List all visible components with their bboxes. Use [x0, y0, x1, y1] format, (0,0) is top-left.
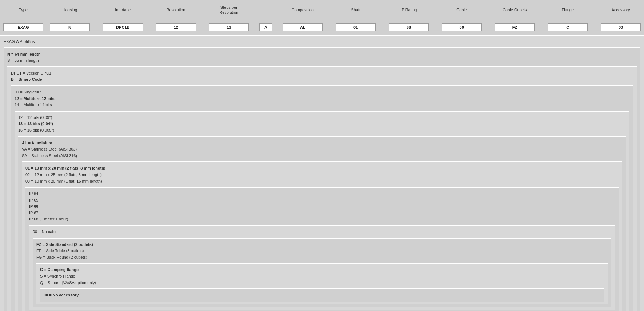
iprating-value-wrapper: 66 — [385, 23, 432, 31]
housing-info-line-2: S = 55 mm length — [7, 57, 637, 64]
type-value[interactable]: EXAG — [3, 23, 43, 31]
revolution-info-line-2: 12 = Multiturn 12 bits — [15, 96, 629, 102]
header-row: Type Housing Interface Revolution Steps … — [0, 0, 644, 20]
col-header-steps-b — [259, 0, 273, 20]
accessory-info-line-1: 00 = No accessory — [44, 292, 600, 299]
ip-info-line-1: IP 64 — [29, 191, 615, 197]
sep10 — [591, 0, 597, 20]
info-section-housing: N = 64 mm length S = 55 mm length DPC1 =… — [4, 47, 640, 311]
cable-value-wrapper: 00 — [439, 23, 485, 31]
shaft-value[interactable]: 01 — [336, 23, 376, 31]
sep1 — [93, 0, 100, 20]
sep5 — [326, 0, 332, 20]
steps-b-value-wrapper: A — [259, 23, 273, 31]
sep2 — [146, 0, 153, 20]
sep-dash-2: - — [146, 25, 153, 29]
revolution-info-line-1: 00 = Singleturn — [15, 89, 629, 96]
info-section-shaft: 01 = 10 mm x 20 mm (2 flats, 8 mm length… — [22, 161, 622, 311]
sep-dash-5: - — [326, 25, 332, 29]
type-value-wrapper: EXAG — [0, 23, 47, 31]
outlets-info-line-1: FZ = Side Standard (2 outlets) — [36, 242, 608, 248]
shaft-info-line-1: 01 = 10 mm x 20 mm (2 flats, 8 mm length… — [25, 165, 619, 172]
col-header-type: Type — [0, 0, 47, 20]
interface-info-line-2: B = Binary Code — [11, 76, 633, 83]
col-header-housing: Housing — [47, 0, 93, 20]
sep-dash-7: - — [432, 25, 439, 29]
sep7 — [432, 0, 439, 20]
col-header-flange: Flange — [544, 0, 591, 20]
col-header-cable: Cable — [439, 0, 485, 20]
sep6 — [379, 0, 385, 20]
sep4 — [252, 0, 259, 20]
cable-info-line-1: 00 = No cable — [33, 229, 611, 235]
col-header-steps: Steps perRevolution — [205, 0, 252, 20]
steps-value[interactable]: 13 — [209, 23, 249, 31]
outlets-info-line-3: FG = Back Round (2 outlets) — [36, 254, 608, 261]
revolution-info-line-3: 14 = Multiturn 14 bits — [15, 102, 629, 108]
flange-info-line-2: S = Synchro Flange — [40, 273, 604, 280]
composition-value[interactable]: AL — [283, 23, 323, 31]
info-section-flange: C = Clamping flange S = Synchro Flange Q… — [36, 263, 608, 304]
ip-info-line-5: IP 68 (1 meter/1 hour) — [29, 216, 615, 223]
sep-dash-3: - — [199, 25, 206, 29]
steps-info-line-3: 16 = 16 bits (0.005°) — [18, 127, 626, 134]
composition-info-line-2: VA = Stainless Steel (AISI 303) — [22, 146, 622, 153]
housing-value[interactable]: N — [50, 23, 90, 31]
info-section-outlets: FZ = Side Standard (2 outlets) FE = Side… — [33, 238, 611, 307]
info-section-interface: DPC1 = Version DPC1 B = Binary Code 00 =… — [7, 66, 637, 311]
housing-info-line-1: N = 64 mm length — [7, 51, 637, 58]
interface-value[interactable]: DPC1B — [103, 23, 143, 31]
col-header-iprating: IP Rating — [385, 0, 432, 20]
revolution-value[interactable]: 12 — [156, 23, 196, 31]
flange-info-line-1: C = Clamping flange — [40, 267, 604, 273]
steps-b-value[interactable]: A — [259, 23, 272, 31]
sep-dash-4: - — [252, 25, 259, 29]
ip-info-line-2: IP 65 — [29, 197, 615, 204]
interface-info-line-1: DPC1 = Version DPC1 — [11, 70, 633, 77]
steps-info-line-2: 13 = 13 bits (0.04°) — [18, 121, 626, 127]
type-info-line-1: EXAG-A ProfiBus — [4, 39, 640, 45]
col-header-shaft: Shaft — [332, 0, 379, 20]
sep9 — [538, 0, 544, 20]
housing-value-wrapper: N — [47, 23, 93, 31]
sep-dash-8: - — [485, 25, 492, 29]
sep-dash-9: - — [538, 25, 544, 29]
shaft-value-wrapper: 01 — [332, 23, 379, 31]
info-section-steps: 12 = 12 bits (0.09°) 13 = 13 bits (0.04°… — [15, 111, 629, 311]
outlets-value[interactable]: FZ — [495, 23, 535, 31]
selector-row: EXAG N - DPC1B - 12 - 13 - A - AL - 01 -… — [0, 20, 644, 35]
ip-info-line-4: IP 67 — [29, 210, 615, 216]
composition-info-line-3: SA = Stainless Steel (AISI 316) — [22, 153, 622, 159]
sep3 — [199, 0, 205, 20]
info-section-type: EXAG-A ProfiBus N = 64 mm length S = 55 … — [0, 35, 644, 311]
info-section-iprating: IP 64 IP 65 IP 66 IP 67 IP 68 (1 meter/1… — [25, 187, 619, 311]
sep8 — [485, 0, 492, 20]
info-section-cable: 00 = No cable FZ = Side Standard (2 outl… — [29, 225, 615, 310]
accessory-value-wrapper: 00 — [597, 23, 644, 31]
composition-value-wrapper: AL — [279, 23, 326, 31]
flange-value[interactable]: C — [548, 23, 588, 31]
shaft-info-line-2: 02 = 12 mm x 25 mm (2 flats, 8 mm length… — [25, 172, 619, 178]
col-header-interface: Interface — [100, 0, 146, 20]
info-section-revolution: 00 = Singleturn 12 = Multiturn 12 bits 1… — [11, 85, 633, 311]
sep-dash-10: - — [591, 25, 597, 29]
composition-info-line-1: AL = Aluminium — [22, 140, 622, 147]
revolution-value-wrapper: 12 — [153, 23, 199, 31]
flange-value-wrapper: C — [544, 23, 591, 31]
flange-info-line-3: Q = Square (VA/SA option only) — [40, 280, 604, 286]
col-header-accessory: Accessory — [597, 0, 644, 20]
accessory-value[interactable]: 00 — [601, 23, 641, 31]
main-container: Type Housing Interface Revolution Steps … — [0, 0, 644, 311]
iprating-value[interactable]: 66 — [389, 23, 429, 31]
ip-info-line-3: IP 66 — [29, 203, 615, 210]
cable-value[interactable]: 00 — [442, 23, 482, 31]
sep-dash-4b: - — [273, 25, 280, 29]
sep4b — [273, 0, 280, 20]
outlets-value-wrapper: FZ — [491, 23, 538, 31]
info-section-composition: AL = Aluminium VA = Stainless Steel (AIS… — [18, 136, 626, 311]
col-header-outlets: Cable Outlets — [492, 0, 538, 20]
steps-info-line-1: 12 = 12 bits (0.09°) — [18, 115, 626, 121]
steps-value-wrapper: 13 — [205, 23, 252, 31]
sep-dash-6: - — [379, 25, 385, 29]
info-section-accessory: 00 = No accessory — [40, 288, 604, 302]
